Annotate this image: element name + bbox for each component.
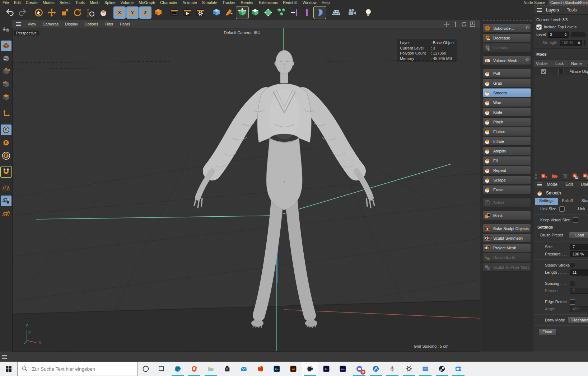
bake-sculpt-objects-button[interactable]: Bake Sculpt Objects	[483, 224, 531, 233]
menu-select[interactable]: Select	[57, 0, 73, 5]
steady-stroke-checkbox[interactable]	[570, 263, 575, 268]
link-size-checkbox[interactable]	[559, 206, 565, 212]
menu-help[interactable]: Help	[319, 0, 332, 5]
task-view-button[interactable]	[154, 362, 169, 376]
menu-window[interactable]: Window	[300, 0, 319, 5]
menu-extensions[interactable]: Extensions	[256, 0, 280, 5]
erase-button[interactable]: Erase	[483, 185, 531, 194]
flood-button[interactable]: Flood	[538, 329, 556, 335]
menu-modes[interactable]: Modes	[40, 0, 57, 5]
voice-recorder-taskbar-button[interactable]	[384, 362, 401, 376]
level-stepper[interactable]: 3	[548, 32, 569, 38]
rotate-icon[interactable]	[71, 6, 84, 19]
texture-mode-icon[interactable]	[1, 53, 11, 64]
keep-visual-size-checkbox[interactable]	[573, 217, 578, 223]
pressure-field[interactable]: 100 %	[570, 251, 588, 257]
grab-button[interactable]: Grab	[483, 79, 531, 88]
knife-button[interactable]: Knife	[483, 108, 531, 117]
viewport-menu-cameras[interactable]: Cameras	[39, 22, 62, 26]
view-label[interactable]: Perspective	[14, 30, 39, 36]
smooth-button[interactable]: Smooth	[483, 88, 531, 97]
illustrator-taskbar-button[interactable]: Ai	[285, 362, 302, 376]
angle-field[interactable]: 45 °	[570, 306, 588, 312]
pinch-button[interactable]: Pinch	[483, 117, 531, 126]
start-button[interactable]	[0, 362, 17, 376]
rotate-workplane-icon[interactable]	[1, 208, 11, 219]
add-cube-icon[interactable]	[210, 6, 223, 19]
dolly-view-icon[interactable]	[453, 22, 458, 27]
sculpt-object-icon[interactable]: S	[1, 124, 11, 135]
render-view-icon[interactable]	[168, 6, 181, 19]
polygon-mode-icon[interactable]	[1, 92, 11, 103]
gear-icon[interactable]	[525, 57, 530, 62]
point-sphere-icon[interactable]	[262, 6, 274, 19]
premiere-taskbar-button[interactable]: Pr	[318, 362, 335, 376]
live-selection-icon[interactable]	[33, 6, 45, 19]
sculpt-brush-icon[interactable]	[314, 6, 326, 19]
sculpt-to-pose-morph-button[interactable]: Sculpt To Pose Morph	[483, 263, 531, 272]
stepper-arrows-icon[interactable]	[563, 33, 567, 36]
repeat-button[interactable]: Repeat	[483, 166, 531, 175]
size-field[interactable]: 7	[570, 244, 588, 250]
pan-view-icon[interactable]	[444, 22, 449, 27]
percent-field[interactable]: 2	[570, 288, 588, 294]
manager-menu-icon[interactable]	[537, 8, 542, 13]
viewport-menu-options[interactable]: Options	[81, 22, 101, 26]
node-space-dropdown[interactable]: Current (Standard/Redshift)	[549, 0, 588, 5]
make-editable-icon[interactable]	[1, 24, 11, 35]
camera-label[interactable]: Default Camera	[214, 30, 271, 35]
edge-detect-checkbox[interactable]	[570, 299, 575, 305]
brave-taskbar-button[interactable]	[186, 362, 202, 376]
lock-workplane-icon[interactable]	[1, 196, 11, 206]
add-sculpt-layer-icon[interactable]: S	[540, 172, 549, 179]
sculpt-layer-icon[interactable]: S	[1, 137, 11, 148]
microsoft-store-taskbar-button[interactable]	[219, 362, 235, 376]
mask-button[interactable]: Mask	[483, 211, 531, 220]
scale-icon[interactable]	[59, 6, 71, 19]
select-button[interactable]: Select	[483, 198, 531, 207]
mail-taskbar-button[interactable]	[235, 362, 252, 376]
menu-character[interactable]: Character	[158, 0, 180, 5]
office-taskbar-button[interactable]	[252, 362, 269, 376]
cortana-button[interactable]	[138, 362, 154, 376]
scrape-button[interactable]: Scrape	[483, 175, 531, 184]
photoshop-taskbar-button[interactable]: Ps	[269, 362, 285, 376]
menu-animate[interactable]: Animate	[180, 0, 199, 5]
steam-taskbar-button[interactable]	[434, 362, 450, 376]
viewport-menu-icon[interactable]	[16, 22, 21, 27]
camera-icon[interactable]	[346, 6, 358, 19]
viewport-menu-panel[interactable]: Panel	[117, 22, 133, 26]
clear-sculpt-layer-icon[interactable]: S?	[582, 172, 588, 179]
guide-icon[interactable]	[301, 6, 313, 19]
light-icon[interactable]	[362, 6, 374, 19]
axis-mode-icon[interactable]	[1, 108, 11, 119]
menu-create[interactable]: Create	[23, 0, 40, 5]
after-effects-taskbar-button[interactable]: Ae	[335, 362, 351, 376]
spacing-checkbox[interactable]	[570, 281, 575, 286]
menu-tracker[interactable]: Tracker	[220, 0, 238, 5]
snap-icon[interactable]	[288, 6, 300, 19]
menu-edit[interactable]: Edit	[11, 0, 23, 5]
modeling-cube-icon[interactable]	[249, 6, 261, 19]
lock-y-icon[interactable]: Y	[126, 6, 139, 19]
wax-button[interactable]: Wax	[483, 98, 531, 107]
array-cubes-icon[interactable]	[275, 6, 287, 19]
amplify-button[interactable]: Amplify	[483, 146, 531, 155]
sculpt-symmetry-button[interactable]: Sculpt Symmetry	[483, 234, 531, 243]
battlenet-taskbar-button[interactable]	[368, 362, 384, 376]
increase-button[interactable]: Increase	[483, 43, 531, 52]
move-icon[interactable]	[46, 6, 58, 19]
file-explorer-taskbar-button[interactable]	[202, 362, 219, 376]
delete-sculpt-layer-icon[interactable]: S	[571, 172, 580, 179]
edge-mode-icon[interactable]	[1, 79, 11, 90]
tab-settings[interactable]: Settings	[535, 198, 558, 205]
cinema4d-taskbar-button[interactable]	[302, 362, 318, 376]
settings-gear-taskbar-button[interactable]	[401, 362, 417, 376]
stepper-arrows-icon[interactable]	[576, 41, 580, 44]
gear-icon[interactable]	[525, 25, 530, 30]
menu-volume[interactable]: Volume	[118, 0, 136, 5]
edge-taskbar-button[interactable]	[169, 362, 186, 376]
viewport-menu-view[interactable]: View	[24, 22, 39, 26]
floor-grid-icon[interactable]	[330, 6, 342, 19]
undo-icon[interactable]	[4, 6, 16, 19]
